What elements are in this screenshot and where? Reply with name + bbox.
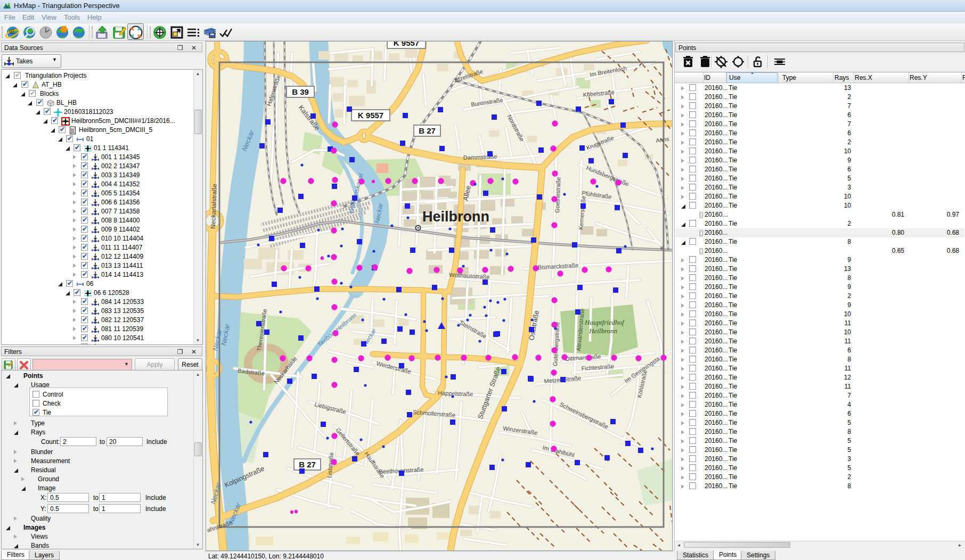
svg-text:Goethestraße: Goethestraße (554, 177, 561, 213)
svg-text:Neckartalstraße: Neckartalstraße (209, 184, 218, 229)
svg-text:K 9557: K 9557 (394, 42, 419, 47)
svg-text:Heilbronn: Heilbronn (422, 209, 489, 225)
svg-text:Happelstraße: Happelstraße (438, 390, 473, 397)
svg-text:K 9557: K 9557 (358, 111, 383, 120)
svg-text:B 39: B 39 (292, 87, 309, 96)
svg-text:B 27: B 27 (419, 126, 436, 135)
svg-text:Heilbronn: Heilbronn (588, 327, 617, 335)
svg-text:K: K (660, 245, 665, 251)
svg-text:Hauptfriedhof: Hauptfriedhof (584, 318, 625, 326)
svg-text:B 27: B 27 (299, 460, 316, 469)
